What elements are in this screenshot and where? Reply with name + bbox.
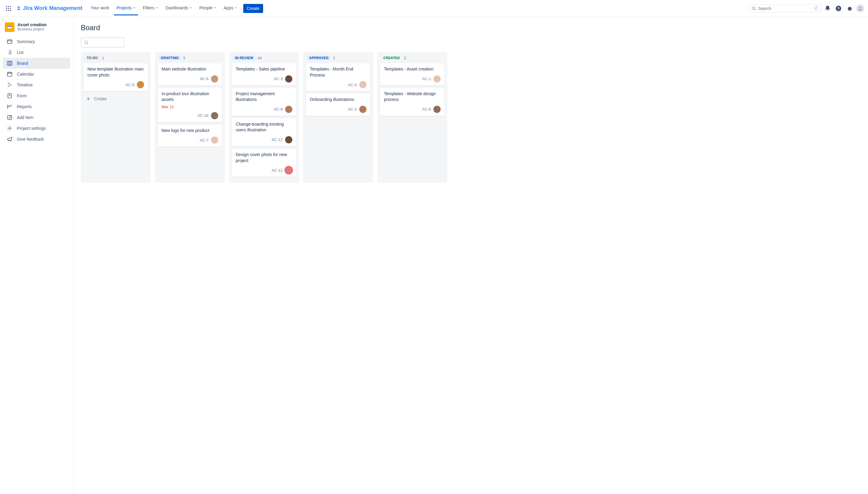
board-card[interactable]: Templates - Website design processAC-6 xyxy=(380,88,444,116)
column-header[interactable]: APPROVED2 xyxy=(306,55,370,60)
column-header[interactable]: CREATED2 xyxy=(380,55,444,60)
svg-point-4 xyxy=(8,8,9,9)
nav-filters[interactable]: Filters▼ xyxy=(141,4,161,15)
product-logo[interactable]: Jira Work Management xyxy=(16,5,82,12)
card-title: Project management illustrations xyxy=(236,91,292,103)
create-button[interactable]: Create xyxy=(243,4,263,13)
search-input[interactable] xyxy=(758,6,812,11)
assignee-avatar[interactable] xyxy=(359,81,367,88)
help-icon[interactable]: ? xyxy=(834,4,843,13)
board-card[interactable]: In-product tour illustration assetsMar 1… xyxy=(158,88,222,122)
board-column: TO DO1New template illustration main cov… xyxy=(81,52,151,183)
project-subtitle: Business project xyxy=(17,27,47,31)
card-footer: AC-6 xyxy=(162,75,218,82)
notifications-icon[interactable] xyxy=(824,4,832,13)
chevron-down-icon: ▼ xyxy=(214,6,216,10)
column-header[interactable]: DRAFTING3 xyxy=(158,55,222,60)
card-title: Onboarding illustrations xyxy=(310,97,367,103)
assignee-avatar[interactable] xyxy=(137,81,144,88)
plus-icon xyxy=(86,96,91,101)
assignee-avatar[interactable] xyxy=(211,75,218,82)
card-footer: AC-7 xyxy=(162,136,218,144)
settings-icon[interactable] xyxy=(845,4,853,13)
column-header[interactable]: IN REVIEW44 xyxy=(232,55,296,60)
column-label: APPROVED xyxy=(308,55,330,60)
card-key: AC-2 xyxy=(348,107,357,111)
create-card-button[interactable]: Create xyxy=(84,94,148,104)
card-key: AC-12 xyxy=(272,137,283,142)
assignee-avatar[interactable] xyxy=(211,112,218,119)
assignee-avatar[interactable] xyxy=(359,106,367,113)
profile-avatar[interactable] xyxy=(856,4,864,13)
board-card[interactable]: Change-boarding existing users illustrat… xyxy=(232,118,296,146)
card-key: AC-6 xyxy=(200,77,208,81)
project-header: Asset creation Business project xyxy=(3,22,70,36)
board-card[interactable]: Project management illustrationsAC-8 xyxy=(232,88,296,116)
nav-people[interactable]: People▼ xyxy=(197,4,219,15)
board-card[interactable]: New logo for new productAC-7 xyxy=(158,125,222,147)
board-search[interactable] xyxy=(81,37,124,48)
sidebar-item-calendar[interactable]: Calendar xyxy=(3,69,70,79)
card-key: AC-4 xyxy=(348,82,357,87)
sidebar-item-project-settings[interactable]: Project settings xyxy=(3,123,70,134)
sidebar-item-list[interactable]: List xyxy=(3,47,70,58)
svg-point-9 xyxy=(752,7,755,10)
column-count: 2 xyxy=(404,56,406,60)
board-card[interactable]: Templates - Month End ProcessAC-4 xyxy=(306,63,370,91)
card-title: Change-boarding existing users illustrat… xyxy=(236,121,292,133)
board-card[interactable]: Templates - Asset creationAC-1 xyxy=(380,63,444,86)
nav-projects[interactable]: Projects▼ xyxy=(114,4,138,15)
sidebar-item-form[interactable]: Form xyxy=(3,90,70,101)
board-card[interactable]: Design cover photo for new projectAC-12 xyxy=(232,149,296,177)
column-label: DRAFTING xyxy=(159,55,181,60)
assignee-avatar[interactable] xyxy=(211,136,218,144)
sidebar-item-give-feedback[interactable]: Give feedback xyxy=(3,134,70,145)
card-key: AC-18 xyxy=(198,113,208,118)
card-title: New logo for new product xyxy=(162,128,218,134)
search-icon xyxy=(751,6,756,11)
card-key: AC-8 xyxy=(274,107,283,111)
nav-your-work[interactable]: Your work xyxy=(88,4,112,15)
card-footer: AC-1 xyxy=(384,75,441,82)
assignee-avatar[interactable] xyxy=(285,167,292,174)
column-count: 2 xyxy=(333,56,335,60)
card-key: AC-8 xyxy=(125,82,134,87)
create-card-label: Create xyxy=(94,96,107,101)
sidebar-item-summary[interactable]: Summary xyxy=(3,36,70,47)
sidebar-item-add-item[interactable]: Add item xyxy=(3,112,70,123)
nav-apps[interactable]: Apps▼ xyxy=(221,4,240,15)
board-card[interactable]: Templates - Sales pipelineAC-3 xyxy=(232,63,296,86)
chevron-down-icon: ▼ xyxy=(133,6,136,10)
card-footer: AC-4 xyxy=(310,81,367,88)
nav-dashboards[interactable]: Dashboards▼ xyxy=(163,4,195,15)
board-card[interactable]: Main website illustrationAC-6 xyxy=(158,63,222,86)
card-footer: AC-12 xyxy=(236,136,292,144)
svg-rect-18 xyxy=(7,72,12,76)
assignee-avatar[interactable] xyxy=(433,75,441,82)
app-switcher-icon[interactable] xyxy=(4,4,13,13)
assignee-avatar[interactable] xyxy=(285,106,292,113)
assignee-avatar[interactable] xyxy=(285,136,292,144)
chevron-down-icon: ▼ xyxy=(235,6,237,10)
card-key: AC-6 xyxy=(422,107,431,111)
column-label: TO DO xyxy=(85,55,99,60)
assignee-avatar[interactable] xyxy=(285,75,292,82)
board-card[interactable]: Onboarding illustrationsAC-2 xyxy=(306,94,370,116)
sidebar-item-reports[interactable]: Reports xyxy=(3,101,70,112)
board-card[interactable]: New template illustration main cover pho… xyxy=(84,63,148,91)
card-key: AC-12 xyxy=(272,168,283,173)
column-header[interactable]: TO DO1 xyxy=(84,55,148,60)
svg-rect-16 xyxy=(7,40,12,43)
search-icon xyxy=(84,40,89,45)
card-footer: AC-8 xyxy=(236,106,292,113)
column-label: CREATED xyxy=(382,55,402,60)
card-title: Main website illustration xyxy=(162,66,218,72)
svg-rect-14 xyxy=(7,26,12,27)
search-box[interactable]: / xyxy=(749,4,821,12)
svg-rect-17 xyxy=(7,61,12,65)
card-title: Templates - Sales pipeline xyxy=(236,66,292,72)
sidebar-item-timeline[interactable]: Timeline xyxy=(3,79,70,90)
sidebar-item-board[interactable]: Board xyxy=(3,58,70,69)
assignee-avatar[interactable] xyxy=(433,106,441,113)
svg-point-5 xyxy=(10,8,11,9)
